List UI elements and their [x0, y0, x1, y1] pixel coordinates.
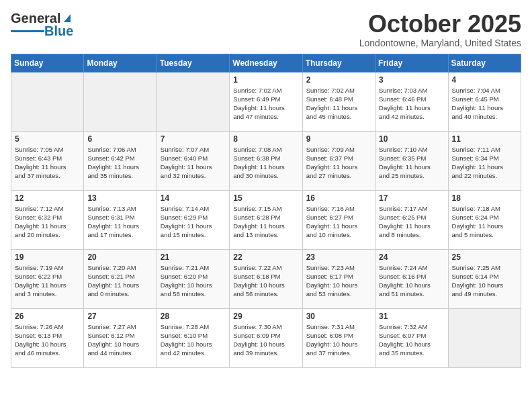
day-info: Sunrise: 7:24 AMSunset: 6:16 PMDaylight:… — [379, 263, 444, 299]
day-number: 11 — [452, 134, 517, 144]
week-row-2: 5Sunrise: 7:05 AMSunset: 6:43 PMDaylight… — [11, 131, 521, 190]
day-number: 19 — [15, 253, 80, 262]
day-cell: 24Sunrise: 7:24 AMSunset: 6:16 PMDayligh… — [375, 249, 448, 308]
day-cell: 23Sunrise: 7:23 AMSunset: 6:17 PMDayligh… — [302, 249, 375, 308]
day-number: 27 — [87, 312, 152, 321]
day-info: Sunrise: 7:25 AMSunset: 6:14 PMDaylight:… — [452, 263, 517, 299]
calendar-header: General Blue October 2025 Londontowne, M… — [11, 11, 521, 48]
day-number: 24 — [379, 253, 444, 262]
day-info: Sunrise: 7:08 AMSunset: 6:38 PMDaylight:… — [233, 145, 298, 181]
header-thursday: Thursday — [302, 54, 375, 72]
day-info: Sunrise: 7:09 AMSunset: 6:37 PMDaylight:… — [306, 145, 371, 181]
day-info: Sunrise: 7:17 AMSunset: 6:25 PMDaylight:… — [379, 204, 444, 240]
day-info: Sunrise: 7:28 AMSunset: 6:10 PMDaylight:… — [161, 322, 226, 358]
day-number: 17 — [379, 193, 444, 203]
day-number: 4 — [452, 75, 517, 85]
day-cell: 26Sunrise: 7:26 AMSunset: 6:13 PMDayligh… — [11, 308, 84, 367]
day-info: Sunrise: 7:19 AMSunset: 6:22 PMDaylight:… — [15, 263, 80, 299]
day-info: Sunrise: 7:02 AMSunset: 6:48 PMDaylight:… — [306, 86, 371, 122]
day-number: 7 — [161, 134, 226, 144]
day-cell: 1Sunrise: 7:02 AMSunset: 6:49 PMDaylight… — [230, 72, 302, 131]
day-info: Sunrise: 7:26 AMSunset: 6:13 PMDaylight:… — [15, 322, 80, 358]
day-cell: 10Sunrise: 7:10 AMSunset: 6:35 PMDayligh… — [375, 131, 448, 190]
day-number: 14 — [161, 193, 226, 203]
day-info: Sunrise: 7:20 AMSunset: 6:21 PMDaylight:… — [87, 263, 152, 299]
day-cell — [157, 72, 229, 131]
day-info: Sunrise: 7:16 AMSunset: 6:27 PMDaylight:… — [306, 204, 371, 240]
week-row-4: 19Sunrise: 7:19 AMSunset: 6:22 PMDayligh… — [11, 249, 521, 308]
day-cell: 28Sunrise: 7:28 AMSunset: 6:10 PMDayligh… — [157, 308, 229, 367]
day-number: 30 — [306, 312, 371, 321]
day-number: 26 — [15, 312, 80, 321]
logo: General Blue — [11, 11, 73, 39]
day-number: 5 — [15, 134, 80, 144]
day-cell: 20Sunrise: 7:20 AMSunset: 6:21 PMDayligh… — [84, 249, 157, 308]
day-info: Sunrise: 7:32 AMSunset: 6:07 PMDaylight:… — [379, 322, 444, 358]
svg-marker-0 — [64, 14, 71, 22]
day-cell: 8Sunrise: 7:08 AMSunset: 6:38 PMDaylight… — [230, 131, 302, 190]
day-cell: 30Sunrise: 7:31 AMSunset: 6:08 PMDayligh… — [302, 308, 375, 367]
day-info: Sunrise: 7:11 AMSunset: 6:34 PMDaylight:… — [452, 145, 517, 181]
day-cell: 17Sunrise: 7:17 AMSunset: 6:25 PMDayligh… — [375, 190, 448, 249]
day-number: 21 — [161, 253, 226, 262]
day-cell: 6Sunrise: 7:06 AMSunset: 6:42 PMDaylight… — [84, 131, 157, 190]
day-cell: 16Sunrise: 7:16 AMSunset: 6:27 PMDayligh… — [302, 190, 375, 249]
week-row-5: 26Sunrise: 7:26 AMSunset: 6:13 PMDayligh… — [11, 308, 521, 367]
day-number: 25 — [452, 253, 517, 262]
day-number: 29 — [233, 312, 298, 321]
week-row-3: 12Sunrise: 7:12 AMSunset: 6:32 PMDayligh… — [11, 190, 521, 249]
day-cell: 18Sunrise: 7:18 AMSunset: 6:24 PMDayligh… — [448, 190, 521, 249]
day-info: Sunrise: 7:03 AMSunset: 6:46 PMDaylight:… — [379, 86, 444, 122]
day-info: Sunrise: 7:04 AMSunset: 6:45 PMDaylight:… — [452, 86, 517, 122]
header-tuesday: Tuesday — [157, 54, 229, 72]
day-info: Sunrise: 7:30 AMSunset: 6:09 PMDaylight:… — [233, 322, 298, 358]
day-number: 3 — [379, 75, 444, 85]
header-sunday: Sunday — [11, 54, 84, 72]
day-number: 31 — [379, 312, 444, 321]
calendar-table: Sunday Monday Tuesday Wednesday Thursday… — [11, 54, 521, 368]
header-saturday: Saturday — [448, 54, 521, 72]
day-cell: 11Sunrise: 7:11 AMSunset: 6:34 PMDayligh… — [448, 131, 521, 190]
day-number: 1 — [233, 75, 298, 85]
day-info: Sunrise: 7:31 AMSunset: 6:08 PMDaylight:… — [306, 322, 371, 358]
header-friday: Friday — [375, 54, 448, 72]
day-info: Sunrise: 7:02 AMSunset: 6:49 PMDaylight:… — [233, 86, 298, 122]
day-number: 6 — [87, 134, 152, 144]
logo-blue: Blue — [44, 24, 73, 39]
day-number: 23 — [306, 253, 371, 262]
day-cell — [448, 308, 521, 367]
day-cell — [84, 72, 157, 131]
day-number: 9 — [306, 134, 371, 144]
day-number: 13 — [87, 193, 152, 203]
day-cell: 19Sunrise: 7:19 AMSunset: 6:22 PMDayligh… — [11, 249, 84, 308]
day-number: 8 — [233, 134, 298, 144]
day-number: 28 — [161, 312, 226, 321]
day-info: Sunrise: 7:13 AMSunset: 6:31 PMDaylight:… — [87, 204, 152, 240]
day-info: Sunrise: 7:14 AMSunset: 6:29 PMDaylight:… — [161, 204, 226, 240]
calendar-container: General Blue October 2025 Londontowne, M… — [0, 0, 532, 375]
day-cell: 5Sunrise: 7:05 AMSunset: 6:43 PMDaylight… — [11, 131, 84, 190]
day-info: Sunrise: 7:22 AMSunset: 6:18 PMDaylight:… — [233, 263, 298, 299]
day-cell: 13Sunrise: 7:13 AMSunset: 6:31 PMDayligh… — [84, 190, 157, 249]
day-cell: 9Sunrise: 7:09 AMSunset: 6:37 PMDaylight… — [302, 131, 375, 190]
day-info: Sunrise: 7:15 AMSunset: 6:28 PMDaylight:… — [233, 204, 298, 240]
day-cell — [11, 72, 84, 131]
weekday-header-row: Sunday Monday Tuesday Wednesday Thursday… — [11, 54, 521, 72]
day-number: 22 — [233, 253, 298, 262]
day-cell: 2Sunrise: 7:02 AMSunset: 6:48 PMDaylight… — [302, 72, 375, 131]
day-info: Sunrise: 7:21 AMSunset: 6:20 PMDaylight:… — [161, 263, 226, 299]
day-cell: 29Sunrise: 7:30 AMSunset: 6:09 PMDayligh… — [230, 308, 302, 367]
logo-triangle-icon — [61, 11, 73, 24]
day-cell: 4Sunrise: 7:04 AMSunset: 6:45 PMDaylight… — [448, 72, 521, 131]
day-info: Sunrise: 7:18 AMSunset: 6:24 PMDaylight:… — [452, 204, 517, 240]
day-cell: 3Sunrise: 7:03 AMSunset: 6:46 PMDaylight… — [375, 72, 448, 131]
day-cell: 12Sunrise: 7:12 AMSunset: 6:32 PMDayligh… — [11, 190, 84, 249]
header-right: October 2025 Londontowne, Maryland, Unit… — [359, 11, 521, 48]
day-cell: 31Sunrise: 7:32 AMSunset: 6:07 PMDayligh… — [375, 308, 448, 367]
location: Londontowne, Maryland, United States — [359, 38, 521, 48]
day-cell: 25Sunrise: 7:25 AMSunset: 6:14 PMDayligh… — [448, 249, 521, 308]
header-wednesday: Wednesday — [230, 54, 302, 72]
month-title: October 2025 — [359, 11, 521, 38]
day-info: Sunrise: 7:12 AMSunset: 6:32 PMDaylight:… — [15, 204, 80, 240]
day-cell: 27Sunrise: 7:27 AMSunset: 6:12 PMDayligh… — [84, 308, 157, 367]
